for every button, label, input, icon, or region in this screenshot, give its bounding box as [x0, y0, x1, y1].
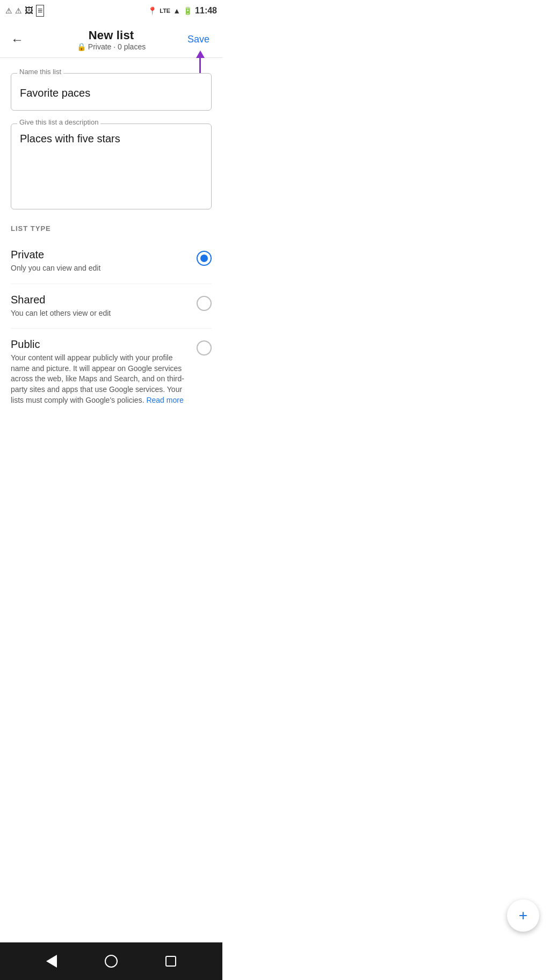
- public-title: Public: [11, 338, 190, 351]
- name-field-label: Name this list: [17, 68, 63, 76]
- main-content: Name this list Give this list a descript…: [0, 58, 222, 942]
- public-option[interactable]: Public Your content will appear publicly…: [11, 329, 212, 415]
- desc-input[interactable]: Places with five stars: [11, 124, 212, 209]
- bottom-nav: [0, 942, 222, 980]
- desc-field-container: Give this list a description Places with…: [11, 124, 212, 212]
- read-more-link[interactable]: Read more: [146, 396, 183, 404]
- location-icon: 📍: [148, 6, 157, 15]
- desc-field-label: Give this list a description: [17, 118, 100, 126]
- section-label: LIST TYPE: [11, 224, 212, 233]
- shared-radio[interactable]: [197, 296, 212, 311]
- nav-back-button[interactable]: [38, 948, 65, 975]
- list-type-section: LIST TYPE Private Only you can view and …: [11, 224, 212, 415]
- private-radio[interactable]: [197, 251, 212, 266]
- private-desc: Only you can view and edit: [11, 263, 190, 274]
- nav-back-icon: [46, 955, 57, 968]
- signal-icon: ▲: [173, 6, 180, 15]
- private-radio-inner: [200, 255, 208, 262]
- lock-icon: 🔒: [77, 42, 86, 51]
- nav-home-button[interactable]: [98, 948, 125, 975]
- name-input[interactable]: [11, 73, 212, 111]
- battery-icon: 🔋: [183, 6, 192, 15]
- image-notification-icon: 🖼: [25, 6, 33, 16]
- page-subtitle: 🔒 Private · 0 places: [77, 42, 146, 51]
- private-radio-container: [197, 251, 212, 266]
- shared-option[interactable]: Shared You can let others view or edit: [11, 284, 212, 329]
- private-option[interactable]: Private Only you can view and edit: [11, 239, 212, 284]
- public-radio-container: [197, 340, 212, 355]
- back-button[interactable]: ←: [9, 30, 26, 49]
- public-radio[interactable]: [197, 340, 212, 355]
- private-option-text: Private Only you can view and edit: [11, 249, 190, 274]
- shared-title: Shared: [11, 294, 190, 306]
- shared-desc: You can let others view or edit: [11, 308, 190, 319]
- name-field-container: Name this list: [11, 73, 212, 111]
- nav-recent-icon: [165, 956, 176, 967]
- public-option-text: Public Your content will appear publicly…: [11, 338, 190, 405]
- app-bar: ← New list 🔒 Private · 0 places Save: [0, 21, 222, 58]
- shared-option-text: Shared You can let others view or edit: [11, 294, 190, 319]
- nav-home-icon: [105, 955, 118, 968]
- warning-icon-1: ⚠: [5, 6, 12, 15]
- public-desc: Your content will appear publicly with y…: [11, 353, 190, 405]
- subtitle-text: Private · 0 places: [88, 42, 146, 51]
- status-bar-right: 📍 LTE ▲ 🔋 11:48: [148, 6, 217, 16]
- status-bar-left: ⚠ ⚠ 🖼 ≡: [5, 5, 44, 17]
- status-bar: ⚠ ⚠ 🖼 ≡ 📍 LTE ▲ 🔋 11:48: [0, 0, 222, 21]
- time-display: 11:48: [195, 6, 217, 16]
- document-notification-icon: ≡: [36, 5, 44, 17]
- private-title: Private: [11, 249, 190, 261]
- shared-radio-container: [197, 296, 212, 311]
- save-button[interactable]: Save: [183, 32, 214, 47]
- app-bar-center: New list 🔒 Private · 0 places: [77, 28, 146, 51]
- warning-icon-2: ⚠: [15, 6, 22, 15]
- page-title: New list: [77, 28, 146, 42]
- nav-recent-button[interactable]: [157, 948, 184, 975]
- lte-indicator: LTE: [160, 8, 170, 14]
